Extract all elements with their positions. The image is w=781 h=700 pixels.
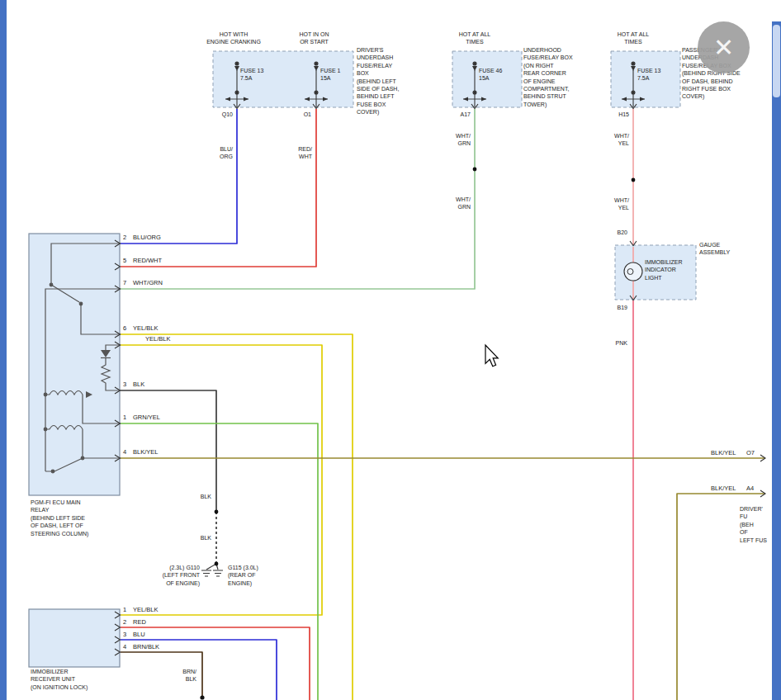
edge-a4-wire-label: BLK/YEL [711, 485, 736, 492]
relay-pin3-wire: BLK [133, 381, 144, 388]
wire-label-brn-blk: BRN/ BLK [170, 668, 196, 683]
wire-label-blk-upper: BLK [187, 493, 211, 500]
edge-o7-wire-label: BLK/YEL [711, 449, 736, 456]
edge-a4-pin-label: A4 [746, 485, 754, 492]
relay-pin5-wire: RED/WHT [133, 257, 162, 264]
edge-connector-arrows [760, 455, 765, 497]
wiring-diagram-viewer: HOT WITH ENGINE CRANKING HOT IN ON OR ST… [0, 0, 781, 700]
relay-pin6-wire-2: YEL/BLK [145, 335, 170, 343]
fuse13-driver-rating: 7.5A [240, 74, 252, 82]
fuse13-passenger-name: FUSE 13 [637, 67, 660, 74]
relay-pin3-num: 3 [123, 381, 126, 388]
ground-g110-label: (2.3L) G110 (LEFT FRONT OF ENGINE) [152, 564, 200, 587]
wire-label-wht-yel-upper: WHT/ YEL [596, 132, 629, 148]
connector-a17: A17 [444, 111, 471, 118]
wire-blu-org [121, 109, 237, 244]
wire-label-wht-grn-upper: WHT/ GRN [438, 132, 471, 148]
connector-q10: Q10 [206, 111, 233, 118]
header-hot-in-on-or-start: HOT IN ON OR START [275, 31, 353, 46]
relay-pin2-num: 2 [123, 234, 126, 241]
wire-label-blu-org: BLU/ ORG [200, 145, 233, 161]
immobilizer-indicator-light-label: IMMOBILIZER INDICATOR LIGHT [645, 258, 683, 281]
vertical-scrollbar-thumb[interactable] [773, 25, 780, 97]
receiver-location-label: IMMOBILIZER RECEIVER UNIT (ON IGNITION L… [31, 668, 88, 691]
edge-o7-pin-label: O7 [746, 449, 755, 456]
left-edge-strip [0, 0, 7, 700]
receiver-pin2-num: 2 [123, 618, 126, 626]
receiver-pin1-num: 1 [123, 606, 126, 613]
relay-pin6-num: 6 [123, 324, 126, 332]
relay-pin5-num: 5 [123, 257, 126, 264]
vertical-scrollbar-track[interactable] [772, 0, 781, 700]
mouse-cursor [485, 345, 498, 367]
header-hot-at-all-times-passenger: HOT AT ALL TIMES [592, 31, 674, 46]
ground-g115-symbol [213, 570, 223, 576]
relay-pin4-num: 4 [123, 448, 126, 456]
wire-label-pnk: PNK [594, 339, 627, 347]
connector-h15: H15 [603, 111, 629, 118]
fuse1-name: FUSE 1 [320, 67, 341, 74]
wire-label-red-wht: RED/ WHT [279, 145, 312, 161]
relay-pin2-wire: BLU/ORG [133, 234, 161, 241]
fuse46-name: FUSE 46 [479, 67, 502, 74]
fuse1-rating: 15A [320, 74, 330, 82]
wire-yel-blk-2 [121, 345, 322, 615]
ground-g115-label: G115 (3.0L) (REAR OF ENGINE) [228, 564, 258, 587]
relay-pin7-wire: WHT/GRN [133, 279, 163, 286]
close-icon: ✕ [713, 35, 734, 60]
relay-location-label: PGM-FI ECU MAIN RELAY (BEHIND LEFT SIDE … [31, 499, 88, 537]
header-hot-with-engine-cranking: HOT WITH ENGINE CRANKING [192, 31, 275, 46]
relay-pin1-num: 1 [123, 414, 126, 421]
receiver-pin2-wire: RED [133, 618, 146, 626]
wire-grn-yel [121, 423, 318, 700]
gauge-pin-b19: B19 [594, 304, 627, 311]
wire-wht-grn [121, 109, 475, 289]
receiver-pin3-num: 3 [123, 631, 126, 638]
gauge-assembly-label: GAUGE ASSEMBLY [699, 241, 730, 257]
wire-label-wht-yel-lower: WHT/ YEL [596, 196, 629, 212]
scrollbar-top-corner [772, 0, 781, 21]
close-button[interactable]: ✕ [698, 21, 750, 73]
ground-g110-symbol [201, 570, 211, 576]
wire-label-blk-lower: BLK [187, 534, 211, 542]
receiver-pin1-wire: YEL/BLK [133, 606, 158, 613]
clipped-right-component-label: DRIVER' FU (BEH OF LEFT FUS [740, 505, 772, 553]
gauge-pin-b20: B20 [594, 229, 627, 236]
wire-red-receiver [121, 627, 310, 700]
wire-label-wht-grn-lower: WHT/ GRN [438, 196, 471, 211]
connector-o1: O1 [285, 111, 311, 118]
fuse13-driver-name: FUSE 13 [240, 67, 263, 74]
underhood-fusebox-location-label: UNDERHOOD FUSE/RELAY BOX (ON RIGHT REAR … [523, 46, 591, 108]
receiver-pin4-num: 4 [123, 643, 126, 650]
receiver-pin4-wire: BRN/BLK [133, 643, 159, 650]
relay-pin1-wire: GRN/YEL [133, 414, 160, 421]
indicator-bulb-icon [624, 262, 642, 281]
driver-fusebox-location-label: DRIVER'S UNDERDASH FUSE/RELAY BOX (BEHIN… [357, 46, 416, 116]
junction-dots [200, 168, 635, 700]
relay-pin4-wire: BLK/YEL [133, 448, 158, 456]
immobilizer-receiver-outline [29, 609, 120, 667]
receiver-pin3-wire: BLU [133, 631, 145, 638]
relay-pin6-wire: YEL/BLK [133, 324, 158, 332]
fuse46-rating: 15A [479, 74, 489, 82]
header-hot-at-all-times-underhood: HOT AT ALL TIMES [433, 31, 516, 46]
relay-pin7-num: 7 [123, 279, 126, 286]
fuse13-passenger-rating: 7.5A [637, 74, 649, 82]
